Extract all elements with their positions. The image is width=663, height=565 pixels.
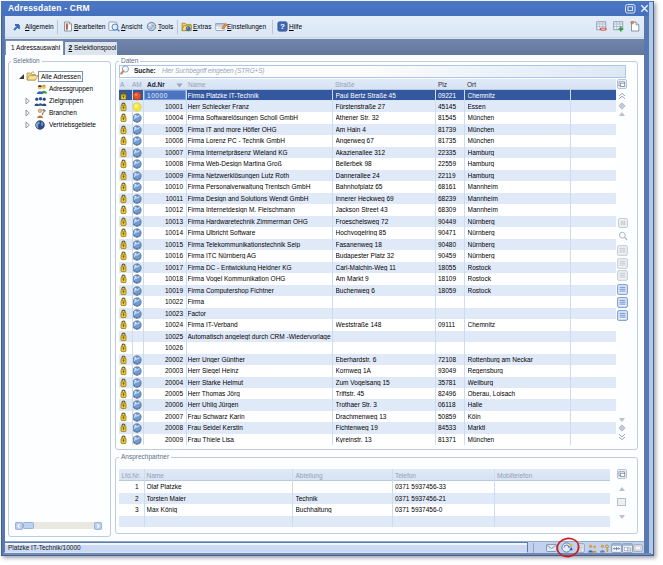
svg-text:?: ? — [280, 22, 285, 31]
